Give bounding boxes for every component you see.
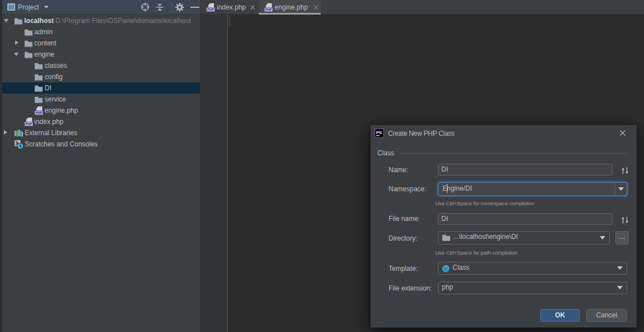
svg-text:PHP: PHP	[35, 111, 42, 114]
svg-text:PHP: PHP	[207, 8, 214, 11]
svg-text:PHP: PHP	[265, 8, 272, 11]
svg-text:PHP: PHP	[25, 122, 32, 126]
svg-text:C: C	[444, 266, 447, 271]
svg-text:PS: PS	[376, 130, 382, 135]
